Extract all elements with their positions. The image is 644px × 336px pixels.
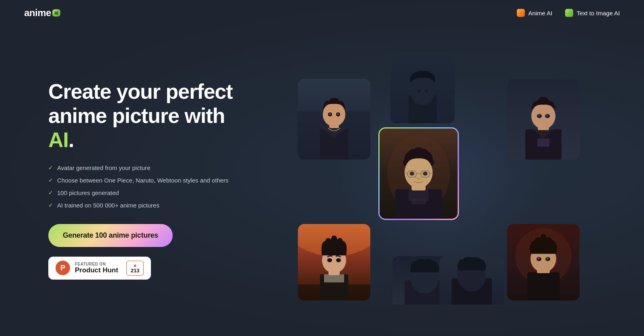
anime-figure-7 (440, 256, 504, 305)
anime-figure-3 (507, 79, 580, 160)
svg-rect-37 (412, 198, 426, 204)
svg-point-13 (417, 89, 421, 93)
generate-button[interactable]: Generate 100 anime pictures (48, 224, 173, 247)
check-icon-4: ✓ (48, 201, 53, 209)
svg-point-22 (546, 115, 548, 117)
anime-svg-3 (507, 79, 580, 160)
svg-point-7 (329, 113, 331, 115)
anime-figure-5 (507, 224, 580, 301)
svg-point-46 (336, 258, 341, 262)
anime-svg-5 (507, 224, 580, 301)
feature-text-2: Choose between One Piece, Naruto, Webtoo… (57, 176, 229, 185)
anime-figure-1 (298, 79, 370, 160)
headline-line1: Create your perfect (48, 80, 233, 103)
svg-point-21 (538, 115, 540, 117)
anime-svg-4 (298, 224, 370, 301)
anime-card-4 (298, 224, 370, 301)
svg-point-8 (337, 113, 339, 115)
headline-line2: anime picture with AI. (48, 104, 225, 151)
main-content: Create your perfect anime picture with A… (0, 26, 644, 334)
check-icon-3: ✓ (48, 189, 53, 197)
features-list: ✓ Avatar generated from your picture ✓ C… (48, 164, 242, 209)
feature-item: ✓ Avatar generated from your picture (48, 164, 242, 172)
left-content: Create your perfect anime picture with A… (48, 80, 258, 279)
ph-name: Product Hunt (75, 266, 118, 274)
nav-link-text-to-image[interactable]: Text to Image AI (565, 9, 620, 17)
anime-svg-2 (390, 55, 455, 123)
svg-point-14 (424, 89, 428, 93)
right-content (258, 34, 620, 326)
product-hunt-logo: P (56, 261, 70, 275)
logo[interactable]: anime ai (24, 7, 60, 19)
navbar: anime ai Anime AI Text to Image AI (0, 0, 644, 26)
svg-point-29 (405, 157, 433, 188)
check-icon-1: ✓ (48, 164, 53, 172)
ph-upvote-arrow: ▲ (133, 263, 138, 268)
product-hunt-badge[interactable]: P FEATURED ON Product Hunt ▲ 213 (48, 257, 151, 280)
anime-card-7 (440, 256, 504, 305)
svg-point-35 (410, 172, 415, 176)
anime-ai-icon (517, 9, 525, 17)
feature-text-1: Avatar generated from your picture (57, 164, 151, 172)
logo-text: anime (24, 7, 51, 19)
logo-badge: ai (52, 9, 60, 17)
feature-item: ✓ Choose between One Piece, Naruto, Webt… (48, 176, 242, 185)
anime-svg-1 (298, 79, 370, 160)
anime-card-2 (390, 55, 455, 123)
center-svg (380, 129, 458, 219)
svg-point-55 (547, 258, 549, 260)
headline-ai: AI (48, 128, 68, 151)
ph-featured-on: FEATURED ON (75, 262, 118, 266)
ph-vote-count: 213 (131, 268, 140, 274)
svg-point-12 (411, 77, 435, 105)
svg-rect-49 (527, 272, 559, 301)
svg-point-18 (531, 103, 555, 129)
svg-point-45 (327, 258, 332, 262)
feature-item: ✓ 100 pictures generated (48, 189, 242, 197)
ph-votes-box: ▲ 213 (126, 261, 144, 276)
anime-card-5 (507, 224, 580, 301)
nav-link-text-to-image-label: Text to Image AI (576, 10, 620, 17)
headline: Create your perfect anime picture with A… (48, 80, 242, 152)
svg-point-54 (538, 258, 540, 260)
anime-figure-2 (390, 55, 455, 123)
image-grid (298, 55, 580, 305)
anime-figure-4 (298, 224, 370, 301)
feature-text-3: 100 pictures generated (57, 189, 119, 197)
feature-item: ✓ AI trained on 500 000+ anime pictures (48, 201, 242, 209)
svg-rect-42 (324, 274, 344, 282)
anime-card-center (378, 127, 459, 220)
anime-card-3 (507, 79, 580, 160)
anime-card-center-inner (380, 129, 458, 219)
svg-rect-23 (537, 139, 549, 147)
svg-point-36 (423, 172, 428, 176)
anime-card-1 (298, 79, 370, 160)
anime-svg-7 (440, 256, 504, 305)
nav-links: Anime AI Text to Image AI (517, 9, 620, 17)
nav-link-anime-ai-label: Anime AI (528, 10, 552, 17)
nav-link-anime-ai[interactable]: Anime AI (517, 9, 552, 17)
svg-point-4 (323, 102, 345, 127)
feature-text-4: AI trained on 500 000+ anime pictures (57, 201, 159, 209)
check-icon-2: ✓ (48, 176, 53, 185)
ph-text-block: FEATURED ON Product Hunt (75, 262, 118, 274)
text-to-image-icon (565, 9, 573, 17)
